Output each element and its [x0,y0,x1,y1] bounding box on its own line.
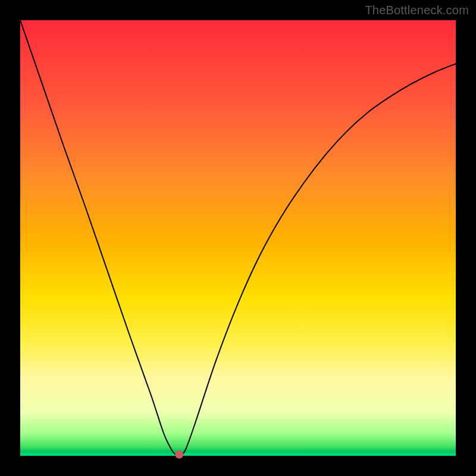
watermark-text: TheBottleneck.com [365,4,469,17]
optimal-point-marker [175,450,183,459]
curve-group [20,20,456,455]
chart-svg [20,20,456,456]
plot-area [20,20,456,456]
marker-group [175,450,183,459]
bottleneck-curve-path [20,20,456,455]
chart-frame: TheBottleneck.com [0,0,476,476]
